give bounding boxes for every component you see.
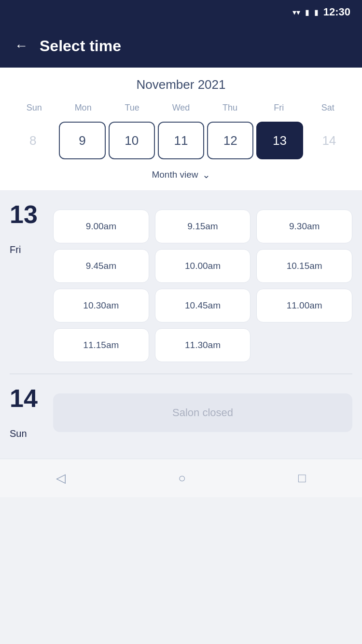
weekday-wed: Wed (156, 101, 205, 115)
slot-10-00am[interactable]: 10.00am (155, 249, 251, 283)
back-nav-button[interactable]: ◁ (56, 471, 66, 486)
signal-icon: ▮ (305, 8, 309, 17)
weekday-sat: Sat (304, 101, 352, 115)
salon-closed-label: Salon closed (172, 406, 233, 419)
slot-10-45am[interactable]: 10.45am (155, 289, 251, 322)
slot-9-45am[interactable]: 9.45am (53, 249, 149, 283)
slot-9-00am[interactable]: 9.00am (53, 210, 149, 243)
back-button[interactable]: ← (14, 38, 28, 54)
day-9[interactable]: 9 (59, 122, 105, 159)
day-14-block: 14 Sun Salon closed (0, 376, 362, 449)
time-grid-13: 9.00am 9.15am 9.30am 9.45am 10.00am 10.1… (53, 210, 352, 362)
weekday-thu: Thu (206, 101, 254, 115)
status-time: 12:30 (323, 6, 350, 18)
chevron-down-icon: ⌄ (202, 169, 210, 181)
bottom-nav: ◁ ○ □ (0, 459, 362, 497)
month-label: November 2021 (10, 77, 352, 92)
day-13[interactable]: 13 (256, 122, 303, 159)
page-header: ← Select time (0, 24, 362, 68)
day-8[interactable]: 8 (10, 122, 56, 159)
salon-closed: Salon closed (53, 393, 352, 432)
weekday-sun: Sun (10, 101, 58, 115)
day-14-content: Salon closed (53, 386, 352, 432)
weekday-mon: Mon (58, 101, 107, 115)
calendar-section: November 2021 Sun Mon Tue Wed Thu Fri Sa… (0, 68, 362, 190)
weekday-tue: Tue (108, 101, 156, 115)
timeslots-section: 13 Fri 9.00am 9.15am 9.30am 9.45am 10.00… (0, 190, 362, 459)
day-13-name: Fri (10, 244, 53, 255)
slot-9-30am[interactable]: 9.30am (256, 210, 352, 243)
month-view-label: Month view (152, 169, 198, 180)
battery-icon: ▮ (314, 8, 319, 17)
day-14-label: 14 Sun (10, 386, 53, 439)
day-divider (10, 374, 352, 374)
weekday-row: Sun Mon Tue Wed Thu Fri Sat (10, 101, 352, 115)
weekday-fri: Fri (254, 101, 303, 115)
slot-10-15am[interactable]: 10.15am (256, 249, 352, 283)
day-13-slots: 9.00am 9.15am 9.30am 9.45am 10.00am 10.1… (53, 202, 352, 362)
day-14-number: 14 (10, 386, 53, 411)
days-row: 8 9 10 11 12 13 14 (10, 120, 352, 161)
day-13-number: 13 (10, 202, 53, 227)
wifi-icon: ▾▾ (292, 8, 300, 17)
slot-10-30am[interactable]: 10.30am (53, 289, 149, 322)
day-13-label: 13 Fri (10, 202, 53, 255)
day-11[interactable]: 11 (158, 122, 204, 159)
recent-nav-button[interactable]: □ (298, 471, 306, 486)
slot-11-15am[interactable]: 11.15am (53, 328, 149, 362)
page-title: Select time (40, 37, 121, 55)
home-nav-button[interactable]: ○ (178, 471, 186, 486)
slot-11-30am[interactable]: 11.30am (155, 328, 251, 362)
day-12[interactable]: 12 (207, 122, 253, 159)
day-10[interactable]: 10 (109, 122, 155, 159)
day-14-name: Sun (10, 428, 53, 439)
slot-11-00am[interactable]: 11.00am (256, 289, 352, 322)
status-bar: ▾▾ ▮ ▮ 12:30 (0, 0, 362, 24)
month-view-toggle[interactable]: Month view ⌄ (10, 161, 352, 185)
slot-9-15am[interactable]: 9.15am (155, 210, 251, 243)
day-14[interactable]: 14 (306, 122, 352, 159)
day-13-block: 13 Fri 9.00am 9.15am 9.30am 9.45am 10.00… (0, 190, 362, 372)
